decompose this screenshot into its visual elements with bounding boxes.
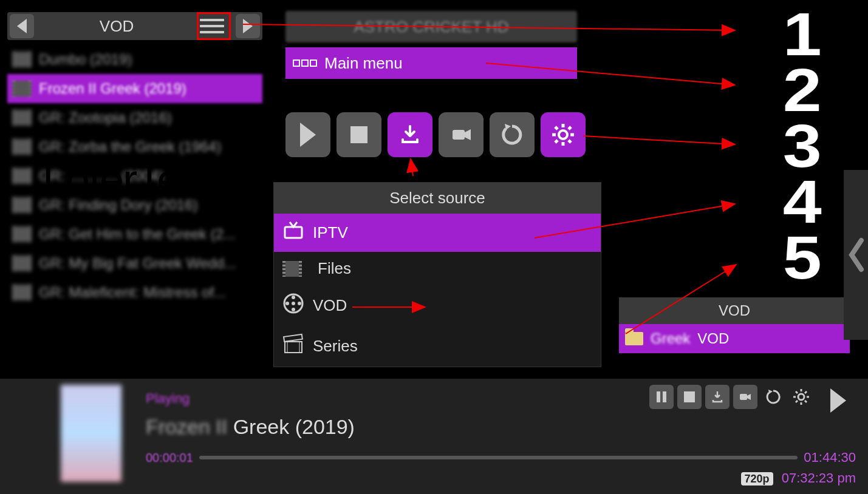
status-label: Playing (146, 391, 856, 407)
vod-list-item[interactable]: Dumbo (2019) (7, 45, 262, 74)
vod-item-label: GR: Maleficent: Mistress of... (39, 284, 226, 301)
category-header: VOD (619, 297, 850, 324)
svg-point-15 (285, 302, 289, 305)
category-item-prefix: Greek (651, 330, 690, 347)
svg-point-16 (292, 302, 295, 305)
svg-rect-18 (284, 334, 302, 342)
svg-line-7 (569, 140, 571, 143)
vod-item-label: GR: Get Him to the Greek (2... (39, 226, 236, 243)
source-item-label: IPTV (313, 223, 348, 242)
total-time: 01:44:30 (804, 450, 856, 465)
seek-bar[interactable] (199, 456, 798, 459)
resolution-badge: 720p (741, 472, 773, 486)
download-button[interactable] (388, 112, 432, 157)
elapsed-time: 00:00:01 (146, 451, 193, 465)
chevron-left-icon (847, 237, 865, 273)
nav-prev-button[interactable] (10, 14, 34, 38)
category-item-suffix: VOD (697, 330, 729, 347)
source-item-files[interactable]: Files (274, 252, 601, 285)
clock-time: 07:32:23 pm (782, 470, 856, 486)
select-source-panel: Select source IPTVFilesVODSeries (273, 182, 601, 367)
film-icon (282, 261, 309, 277)
reel-icon (282, 293, 304, 319)
refresh-button[interactable] (490, 112, 535, 157)
svg-line-6 (555, 127, 558, 129)
film-icon (12, 255, 32, 271)
vod-item-label: GR: My Big Fat Greek Wedd... (39, 255, 236, 272)
source-item-label: Files (318, 259, 351, 278)
vod-list-item[interactable]: GR: Zootopia (2016) (7, 103, 262, 132)
svg-line-8 (555, 140, 558, 143)
source-item-iptv[interactable]: IPTV (274, 214, 601, 252)
channel-title-bar: ASTRO CRICKET HD (285, 11, 577, 42)
download-icon (398, 123, 422, 147)
vod-item-label: GR: Zorba the Greek (1964) (39, 138, 221, 155)
now-playing-title: Frozen II Greek (2019) (146, 415, 856, 439)
vod-title: VOD (36, 17, 197, 36)
film-icon (12, 226, 32, 242)
annotation-number: 4 (783, 174, 822, 229)
film-icon (12, 110, 32, 126)
svg-point-14 (292, 308, 295, 311)
stop-icon (350, 126, 367, 143)
menu-button[interactable] (200, 15, 224, 37)
player-bar: Playing Frozen II Greek (2019) 00:00:01 … (0, 379, 868, 494)
settings-button[interactable] (541, 112, 586, 157)
svg-rect-10 (285, 227, 302, 238)
main-menu-label: Main menu (324, 54, 403, 73)
record-button[interactable] (439, 112, 484, 157)
source-item-label: Series (313, 337, 358, 356)
film-icon (12, 139, 32, 155)
refresh-icon (499, 121, 525, 148)
vod-list-item[interactable]: GR: My Big Fat Greek Wedd... (7, 249, 262, 278)
film-icon (12, 81, 32, 96)
tv-icon (282, 221, 304, 245)
film-icon (12, 197, 32, 213)
grid-icon (293, 59, 317, 67)
svg-line-36 (411, 159, 413, 176)
category-item[interactable]: Greek VOD (619, 324, 850, 353)
vod-item-label: Frozen II Greek (2019) (39, 80, 186, 97)
svg-point-13 (298, 302, 301, 305)
chevron-left-icon (17, 19, 27, 33)
camera-icon (449, 123, 473, 147)
vod-list-item[interactable]: GR: Maleficent: Mistress of... (7, 278, 262, 307)
status-row: 720p 07:32:23 pm (146, 470, 856, 486)
svg-point-12 (292, 296, 295, 299)
clapper-icon (282, 333, 304, 359)
source-item-label: VOD (313, 296, 347, 315)
nav-next-button[interactable] (236, 14, 260, 38)
vod-list-item[interactable]: Frozen II Greek (2019) (7, 74, 262, 103)
play-icon (300, 123, 316, 147)
category-panel: VOD Greek VOD (619, 297, 850, 353)
svg-rect-0 (453, 130, 465, 140)
svg-point-1 (559, 130, 567, 139)
vod-item-label: GR: Zootopia (2016) (39, 109, 172, 126)
annotation-number: 5 (783, 229, 822, 285)
vod-item-label: Dumbo (2019) (39, 51, 132, 68)
playback-controls (285, 112, 586, 157)
hamburger-highlight (197, 12, 231, 40)
vod-list-item[interactable]: GR: Get Him to the Greek (2... (7, 220, 262, 249)
side-drawer-handle[interactable] (844, 170, 868, 340)
folder-icon (625, 332, 643, 345)
progress-row: 00:00:01 01:44:30 (146, 450, 856, 465)
annotation-number: 2 (783, 62, 822, 118)
player-info: Playing Frozen II Greek (2019) 00:00:01 … (146, 385, 856, 488)
annotation-numbers: 12345 (785, 6, 819, 285)
film-icon (12, 52, 32, 67)
play-button[interactable] (285, 112, 330, 157)
source-item-series[interactable]: Series (274, 326, 601, 367)
watermark-text: LoferTech (43, 155, 224, 205)
now-playing-cover (61, 385, 121, 482)
svg-line-9 (569, 127, 571, 129)
select-source-header: Select source (274, 183, 601, 214)
stop-button[interactable] (337, 112, 381, 157)
film-icon (12, 168, 32, 184)
source-item-vod[interactable]: VOD (274, 285, 601, 326)
gear-icon (550, 121, 576, 148)
chevron-right-icon (243, 19, 253, 33)
annotation-number: 1 (783, 6, 822, 62)
annotation-number: 3 (783, 118, 822, 174)
main-menu-item[interactable]: Main menu (285, 47, 577, 79)
